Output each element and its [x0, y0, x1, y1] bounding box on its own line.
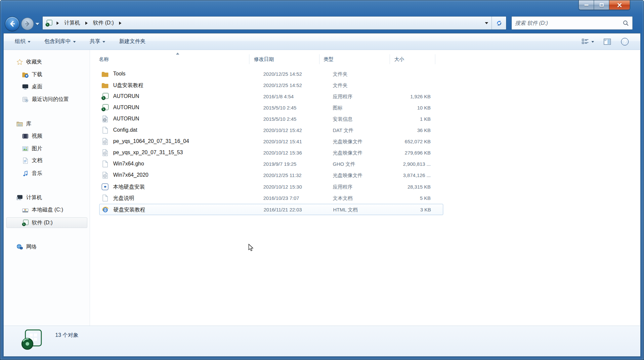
file-row-focused[interactable]: 硬盘安装教程 2016/11/21 22:03 HTML 文档 3 KB	[99, 204, 443, 215]
file-type: 光盘映像文件	[333, 139, 363, 145]
search-icon[interactable]	[623, 20, 629, 26]
column-header-name[interactable]: 名称	[99, 56, 109, 63]
file-size: 652,072 KB	[364, 139, 431, 144]
sidebar-item-drive-d[interactable]: 软件 (D:)	[22, 218, 53, 228]
file-type: 文本文档	[333, 195, 353, 202]
sidebar-item-documents[interactable]: 文档	[22, 156, 42, 165]
file-name[interactable]: 光盘说明	[113, 195, 134, 202]
file-row[interactable]: AUTORUN 2015/5/10 2:45 图标 10 KB	[99, 102, 443, 113]
file-type: 光盘映像文件	[333, 172, 363, 179]
icon-file-icon	[101, 104, 109, 112]
sidebar-item-pictures[interactable]: 图片	[22, 144, 42, 154]
file-name[interactable]: AUTORUN	[113, 93, 139, 99]
file-name[interactable]: pe_yqs_xp_20_07_31_15_53	[113, 150, 183, 156]
include-in-library-button[interactable]: 包含到库中	[40, 36, 80, 47]
file-name[interactable]: Win7x64.gho	[113, 161, 144, 167]
file-row[interactable]: 本地硬盘安装 2020/10/12 15:30 应用程序 28,315 KB	[99, 181, 443, 193]
chevron-down-icon	[591, 41, 594, 43]
file-name[interactable]: Tools	[113, 71, 125, 77]
folder-icon	[101, 70, 109, 78]
music-icon	[22, 170, 29, 177]
file-row[interactable]: AUTORUN 2016/1/8 4:54 应用程序 1,926 KB	[99, 91, 443, 102]
refresh-button[interactable]	[492, 17, 506, 29]
application-icon	[101, 183, 109, 191]
search-input[interactable]	[512, 20, 623, 26]
file-type: GHO 文件	[333, 161, 355, 167]
sidebar-item-downloads[interactable]: 下载	[22, 69, 42, 79]
drive-details-icon	[21, 329, 43, 350]
file-row[interactable]: pe_yqs_xp_20_07_31_15_53 2020/10/12 15:3…	[99, 147, 443, 158]
file-row[interactable]: 光盘说明 2016/10/23 7:07 文本文档 5 KB	[99, 193, 443, 204]
file-row[interactable]: Win7x64_2020 2020/12/25 11:32 光盘映像文件 3,8…	[99, 170, 443, 181]
file-name[interactable]: 硬盘安装教程	[113, 206, 145, 213]
change-view-button[interactable]	[580, 37, 596, 47]
recent-pages-chevron[interactable]	[35, 23, 39, 25]
file-date: 2020/10/12 15:30	[263, 184, 302, 190]
setup-information-icon	[101, 115, 109, 123]
file-date: 2016/1/8 4:54	[263, 94, 294, 99]
sidebar-item-music[interactable]: 音乐	[22, 168, 42, 178]
file-row[interactable]: pe_yqs_1064_20_07_31_16_04 2020/10/12 15…	[99, 136, 443, 147]
file-name[interactable]: Config.dat	[113, 127, 137, 133]
file-size: 36 KB	[364, 127, 431, 133]
help-icon: ?	[621, 37, 629, 46]
svg-text:?: ?	[623, 39, 626, 44]
application-icon	[101, 93, 109, 100]
forward-button[interactable]	[21, 18, 34, 30]
preview-pane-button[interactable]	[601, 37, 613, 47]
column-header-size[interactable]: 大小	[394, 56, 404, 63]
download-folder-icon	[22, 71, 29, 78]
file-name[interactable]: 本地硬盘安装	[113, 184, 145, 191]
breadcrumb-separator-icon[interactable]	[85, 22, 88, 25]
share-button[interactable]: 共享	[86, 36, 109, 47]
file-size: 1,926 KB	[364, 94, 431, 99]
disc-image-icon	[101, 171, 109, 179]
disc-image-icon	[101, 149, 109, 157]
address-bar[interactable]: 计算机 软件 (D:)	[42, 16, 506, 30]
help-button[interactable]: ?	[619, 36, 631, 47]
sidebar-item-label: 视频	[32, 133, 42, 140]
sidebar-group-libraries[interactable]: 库	[16, 119, 31, 129]
file-row[interactable]: Config.dat 2020/10/12 15:42 DAT 文件 36 KB	[99, 125, 443, 136]
file-row[interactable]: Win7x64.gho 2019/9/7 19:25 GHO 文件 2,900,…	[99, 158, 443, 170]
maximize-button[interactable]	[594, 0, 609, 10]
file-type: 文件夹	[333, 71, 348, 77]
address-dropdown-button[interactable]	[482, 22, 492, 24]
file-name[interactable]: pe_yqs_1064_20_07_31_16_04	[113, 138, 189, 144]
file-row[interactable]: AUTORUN 2015/5/10 2:45 安装信息 1 KB	[99, 113, 443, 125]
file-row[interactable]: U盘安装教程 2020/12/25 14:52 文件夹	[99, 80, 443, 91]
sidebar-item-desktop[interactable]: 桌面	[22, 82, 42, 92]
column-divider[interactable]	[390, 54, 390, 64]
close-button[interactable]	[609, 0, 630, 10]
file-row[interactable]: Tools 2020/12/25 14:52 文件夹	[99, 68, 443, 80]
sidebar-item-videos[interactable]: 视频	[22, 131, 42, 141]
file-name[interactable]: Win7x64_2020	[113, 172, 149, 178]
breadcrumb-separator-icon[interactable]	[119, 22, 121, 25]
breadcrumb-separator-icon[interactable]	[57, 22, 59, 25]
sidebar-group-favorites[interactable]: 收藏夹	[16, 57, 42, 67]
column-divider[interactable]	[319, 54, 320, 64]
back-button[interactable]	[5, 17, 20, 31]
sidebar-item-recent-places[interactable]: 最近访问的位置	[22, 94, 69, 104]
close-icon	[617, 3, 622, 7]
column-header-type[interactable]: 类型	[323, 56, 333, 63]
sidebar-item-label: 最近访问的位置	[32, 96, 69, 103]
minimize-button[interactable]	[579, 0, 594, 10]
text-document-icon	[101, 194, 109, 202]
organize-button[interactable]: 组织	[11, 36, 34, 47]
new-folder-button[interactable]: 新建文件夹	[115, 36, 150, 47]
column-header-date[interactable]: 修改日期	[254, 56, 274, 63]
file-name[interactable]: AUTORUN	[113, 116, 139, 122]
file-name[interactable]: U盘安装教程	[113, 82, 144, 89]
file-name[interactable]: AUTORUN	[113, 105, 139, 111]
chevron-down-icon	[73, 41, 76, 43]
file-date: 2020/10/12 15:41	[263, 139, 302, 144]
sidebar-item-drive-c[interactable]: 本地磁盘 (C:)	[22, 205, 63, 215]
sidebar-group-network[interactable]: 网络	[16, 242, 37, 252]
column-divider[interactable]	[435, 54, 435, 64]
breadcrumb-computer[interactable]: 计算机	[63, 19, 81, 27]
new-folder-label: 新建文件夹	[119, 38, 146, 45]
column-divider[interactable]	[249, 54, 249, 64]
breadcrumb-drive-d[interactable]: 软件 (D:)	[92, 19, 115, 27]
sidebar-group-computer[interactable]: 计算机	[16, 193, 42, 202]
